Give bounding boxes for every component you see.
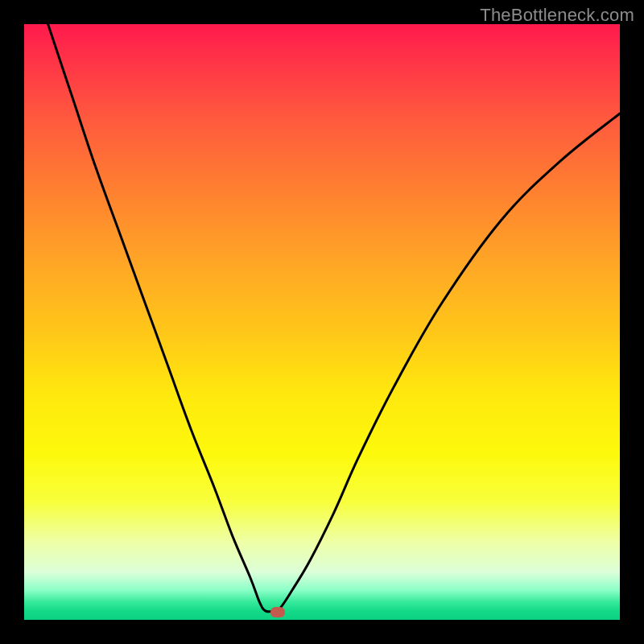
optimum-marker [270,607,285,617]
chart-frame: TheBottleneck.com [0,0,644,644]
watermark-text: TheBottleneck.com [480,5,634,26]
bottleneck-curve [24,24,620,620]
